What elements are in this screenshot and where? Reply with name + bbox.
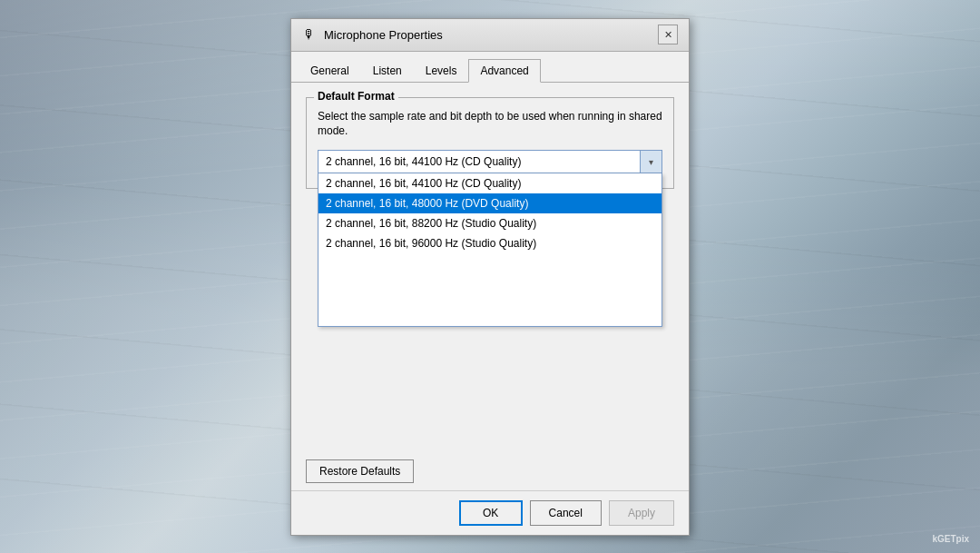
tab-bar: General Listen Levels Advanced [291, 52, 689, 83]
group-label: Default Format [314, 90, 398, 103]
format-dropdown-wrapper: 2 channel, 16 bit, 44100 Hz (CD Quality)… [318, 150, 662, 173]
dialog-title: Microphone Properties [324, 28, 443, 42]
microphone-icon: 🎙 [302, 27, 317, 42]
restore-section: Restore Defaults [291, 459, 689, 483]
tab-general[interactable]: General [299, 59, 361, 83]
dropdown-empty-area [318, 253, 662, 326]
dropdown-selected-value: 2 channel, 16 bit, 44100 Hz (CD Quality) [326, 155, 521, 168]
dropdown-list: 2 channel, 16 bit, 44100 Hz (CD Quality)… [318, 173, 662, 327]
dropdown-option-2[interactable]: 2 channel, 16 bit, 48000 Hz (DVD Quality… [318, 193, 662, 213]
group-description: Select the sample rate and bit depth to … [318, 109, 662, 140]
dialog-footer: OK Cancel Apply [291, 490, 689, 535]
tab-levels[interactable]: Levels [414, 59, 469, 83]
dropdown-option-1[interactable]: 2 channel, 16 bit, 44100 Hz (CD Quality) [318, 173, 662, 193]
tab-advanced[interactable]: Advanced [468, 59, 540, 83]
dropdown-option-3[interactable]: 2 channel, 16 bit, 88200 Hz (Studio Qual… [318, 213, 662, 233]
tab-listen[interactable]: Listen [361, 59, 414, 83]
dialog-overlay: 🎙 Microphone Properties ✕ General Listen… [0, 0, 980, 553]
restore-defaults-button[interactable]: Restore Defaults [306, 459, 414, 483]
tab-content: Default Format Select the sample rate an… [291, 83, 689, 459]
title-bar-left: 🎙 Microphone Properties [302, 27, 443, 42]
apply-button[interactable]: Apply [609, 500, 674, 526]
cancel-button[interactable]: Cancel [530, 500, 602, 526]
watermark: kGETpix [932, 534, 969, 544]
title-bar: 🎙 Microphone Properties ✕ [291, 19, 689, 52]
close-button[interactable]: ✕ [658, 25, 678, 44]
dropdown-arrow-icon: ▾ [640, 151, 662, 173]
format-dropdown[interactable]: 2 channel, 16 bit, 44100 Hz (CD Quality)… [318, 150, 662, 173]
dropdown-option-4[interactable]: 2 channel, 16 bit, 96000 Hz (Studio Qual… [318, 233, 662, 253]
dialog-window: 🎙 Microphone Properties ✕ General Listen… [290, 18, 690, 536]
ok-button[interactable]: OK [459, 500, 523, 526]
default-format-group: Default Format Select the sample rate an… [306, 97, 674, 190]
